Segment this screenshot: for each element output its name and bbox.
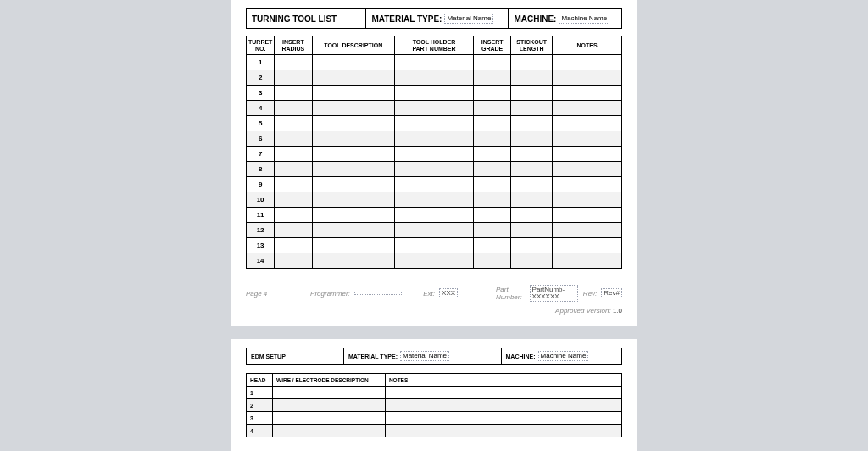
table-row: 3 [247, 86, 622, 101]
table-row: 6 [247, 131, 622, 147]
table-row: 13 [247, 238, 622, 253]
table-row: 14 [247, 253, 622, 269]
table-row: 2 [247, 70, 622, 86]
table-row: 11 [247, 208, 622, 223]
material-value[interactable]: Material Name [444, 14, 493, 24]
table-row: 7 [247, 147, 622, 162]
table-row: 10 [247, 192, 622, 208]
programmer-value[interactable] [354, 292, 402, 295]
tool-list-table: TURRETNO. INSERTRADIUS TOOL DESCRIPTION … [246, 36, 622, 269]
header-row-2: EDM SETUP MATERIAL TYPE: Material Name M… [246, 348, 622, 365]
ext-label: Ext: [423, 290, 435, 298]
material-label-2: MATERIAL TYPE: [348, 354, 398, 359]
page-footer: Page 4 Programmer: Ext: XXX Part Number:… [246, 285, 622, 302]
partnum-label: Part Number: [496, 286, 526, 301]
material-value-2[interactable]: Material Name [400, 351, 449, 361]
table-header-row: TURRETNO. INSERTRADIUS TOOL DESCRIPTION … [247, 36, 622, 55]
machine-label-2: MACHINE: [506, 354, 536, 359]
table-row: 2 [247, 399, 622, 412]
machine-label: MACHINE: [514, 14, 556, 24]
machine-value[interactable]: Machine Name [559, 14, 609, 24]
title: TURNING TOOL LIST [252, 14, 337, 24]
table-row: 3 [247, 412, 622, 425]
title-2: EDM SETUP [251, 354, 286, 359]
machine-value-2[interactable]: Machine Name [538, 351, 589, 361]
table-row: 4 [247, 101, 622, 116]
table-row: 12 [247, 223, 622, 238]
rev-label: Rev: [583, 290, 597, 298]
rev-value[interactable]: Rev# [601, 288, 622, 298]
table-header-row: HEAD WIRE / ELECTRODE DESCRIPTION NOTES [247, 374, 622, 387]
edm-table: HEAD WIRE / ELECTRODE DESCRIPTION NOTES … [246, 373, 622, 437]
document-page-2: EDM SETUP MATERIAL TYPE: Material Name M… [231, 339, 637, 451]
table-row: 4 [247, 425, 622, 437]
table-row: 8 [247, 162, 622, 177]
approved-line: Approved Version: 1.0 [246, 307, 622, 315]
material-label: MATERIAL TYPE: [371, 14, 442, 24]
table-row: 1 [247, 55, 622, 70]
table-row: 1 [247, 387, 622, 399]
document-page-1: TURNING TOOL LIST MATERIAL TYPE: Materia… [231, 0, 637, 326]
programmer-label: Programmer: [310, 290, 350, 298]
table-row: 5 [247, 116, 622, 131]
page-number: 4 [264, 290, 267, 298]
table-row: 9 [247, 177, 622, 192]
footer-divider [246, 281, 622, 281]
page-label: Page [246, 290, 262, 298]
partnum-value[interactable]: PartNumb-XXXXXX [530, 285, 578, 302]
ext-value[interactable]: XXX [439, 288, 458, 298]
header-row: TURNING TOOL LIST MATERIAL TYPE: Materia… [246, 8, 622, 29]
